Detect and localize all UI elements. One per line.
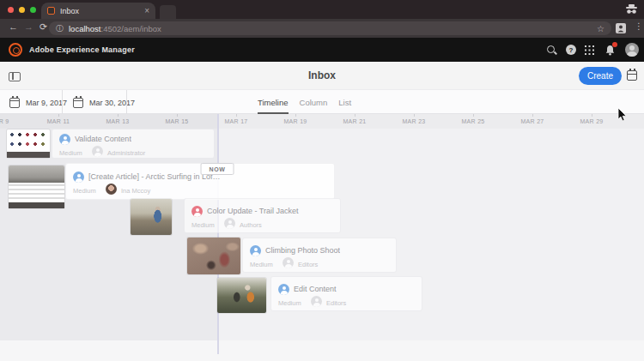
back-button[interactable]: ← <box>9 21 18 32</box>
task-card[interactable]: Climbing Photo Shoot Medium Editors <box>242 238 397 273</box>
task-assignee: Editors <box>326 299 346 307</box>
task-card[interactable]: Edit Content Medium Editors <box>270 276 422 311</box>
axis-label: MAR 27 <box>520 118 544 124</box>
start-date-picker[interactable]: Mar 9, 2017 <box>9 90 67 115</box>
workflow-task-icon <box>191 206 203 217</box>
create-button[interactable]: Create <box>579 67 622 85</box>
user-task-icon <box>73 171 84 183</box>
calendar-icon <box>73 98 83 108</box>
browser-tab[interactable]: Inbox × <box>41 3 155 19</box>
task-title: Color Update - Trail Jacket <box>207 207 299 215</box>
screen: Inbox × ← → ⟳ ⓘ localhost :4502/aem/inbo… <box>0 0 644 361</box>
axis-label: MAR 19 <box>283 118 307 124</box>
search-icon[interactable] <box>547 45 555 53</box>
task-thumbnail[interactable] <box>9 165 64 208</box>
window-zoom-button[interactable] <box>30 7 36 13</box>
assignee-avatar <box>106 184 117 195</box>
start-date-value: Mar 9, 2017 <box>26 99 67 107</box>
mouse-cursor <box>617 108 627 122</box>
axis-label: MAR 17 <box>224 118 247 124</box>
calendar-icon <box>9 98 20 108</box>
aem-brand-title: Adobe Experience Manager <box>29 45 135 54</box>
browser-toolbar: ← → ⟳ ⓘ localhost :4502/aem/inbox ☆ ⋮ <box>0 19 644 38</box>
task-priority: Medium <box>73 187 96 195</box>
user-task-icon <box>250 245 261 256</box>
end-date-value: Mar 30, 2017 <box>89 99 135 107</box>
window-close-button[interactable] <box>8 7 14 13</box>
axis-label: MAR 21 <box>343 118 366 124</box>
notifications-bell-icon[interactable] <box>605 45 616 56</box>
task-priority: Medium <box>250 261 273 268</box>
user-task-icon <box>278 284 289 295</box>
forward-button[interactable]: → <box>24 21 33 32</box>
timeline-bottom-strip <box>0 340 644 361</box>
task-title: Validate Content <box>75 135 131 143</box>
reload-button[interactable]: ⟳ <box>39 21 47 33</box>
axis-label: MAR 29 <box>580 118 603 124</box>
page-title-bar: Inbox Create <box>0 62 644 89</box>
task-card[interactable]: Validate Content Medium Administrator <box>52 129 215 159</box>
apps-grid-icon[interactable] <box>585 45 594 55</box>
bookmark-star-icon[interactable]: ☆ <box>597 24 605 33</box>
assignee-avatar <box>92 146 103 157</box>
task-priority: Medium <box>191 221 215 229</box>
task-priority: Medium <box>278 299 301 307</box>
url-path: :4502/aem/inbox <box>101 24 161 33</box>
tab-close-icon[interactable]: × <box>144 7 149 15</box>
task-title: Climbing Photo Shoot <box>265 246 340 255</box>
task-assignee: Ina Mccoy <box>121 187 150 195</box>
url-host: localhost <box>69 24 101 33</box>
window-minimize-button[interactable] <box>19 7 25 13</box>
browser-menu-icon[interactable]: ⋮ <box>635 21 643 31</box>
assignee-avatar <box>224 218 235 229</box>
task-thumbnail[interactable] <box>217 278 266 313</box>
page-title: Inbox <box>0 69 644 81</box>
aem-logo-icon[interactable] <box>9 43 22 57</box>
filter-bar: Mar 9, 2017 Mar 30, 2017 Timeline Column… <box>0 89 644 114</box>
tab-list[interactable]: List <box>338 98 351 107</box>
task-title: Edit Content <box>294 285 337 293</box>
divider <box>126 90 127 115</box>
assignee-avatar <box>311 296 322 307</box>
address-bar[interactable]: ⓘ localhost :4502/aem/inbox ☆ <box>49 21 611 35</box>
tab-column[interactable]: Column <box>300 98 328 107</box>
user-task-icon <box>59 134 70 145</box>
task-assignee: Administrator <box>107 149 145 157</box>
now-badge: NOW <box>201 163 234 175</box>
tab-timeline[interactable]: Timeline <box>258 98 289 107</box>
help-icon[interactable]: ? <box>566 45 576 55</box>
task-thumbnail[interactable] <box>7 129 50 158</box>
user-avatar[interactable] <box>625 43 639 57</box>
axis-label: MAR 25 <box>461 118 484 124</box>
notification-badge <box>612 42 617 47</box>
tab-favicon-icon <box>47 7 55 15</box>
aem-header: Adobe Experience Manager ? <box>0 38 644 62</box>
view-tabs: Timeline Column List <box>258 90 351 115</box>
axis-label: MAR 23 <box>402 118 425 124</box>
tab-title: Inbox <box>60 7 144 15</box>
task-assignee: Editors <box>298 261 318 268</box>
task-thumbnail[interactable] <box>131 199 172 235</box>
task-thumbnail[interactable] <box>187 238 240 274</box>
now-line <box>217 114 219 354</box>
incognito-icon <box>625 4 638 15</box>
calendar-view-icon[interactable] <box>627 70 637 81</box>
browser-tab-strip: Inbox × <box>0 0 644 19</box>
task-assignee: Authors <box>240 221 262 229</box>
browser-profile-icon[interactable] <box>616 23 626 33</box>
task-priority: Medium <box>59 149 82 157</box>
new-tab-button[interactable] <box>160 5 176 19</box>
task-card[interactable]: Color Update - Trail Jacket Medium Autho… <box>184 198 341 233</box>
divider <box>62 90 63 115</box>
assignee-avatar <box>283 257 294 268</box>
site-info-icon[interactable]: ⓘ <box>56 23 64 34</box>
